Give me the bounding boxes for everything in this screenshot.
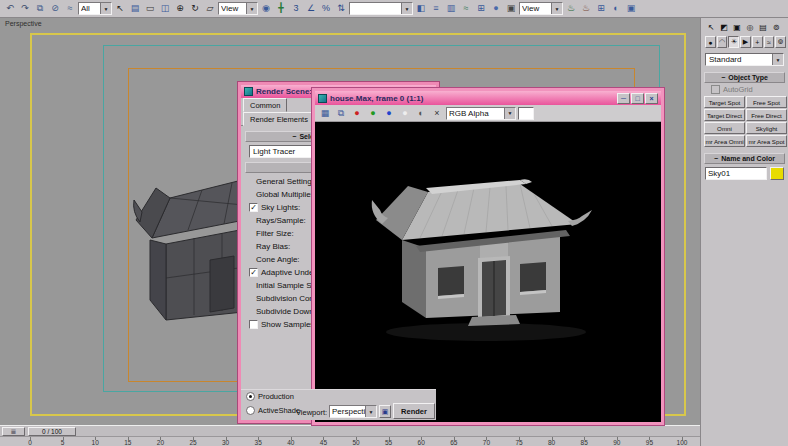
autogrid-checkbox[interactable] [711, 85, 720, 94]
snap-toggle-icon[interactable]: 3 [289, 2, 303, 16]
category-helpers-icon[interactable]: + [752, 36, 763, 48]
close-button[interactable]: × [645, 93, 658, 104]
tick-label: 35 [255, 439, 262, 446]
object-type-button-free-spot[interactable]: Free Spot [746, 96, 787, 108]
tick-label: 50 [352, 439, 359, 446]
rollout-object-type[interactable]: − Object Type [704, 72, 785, 83]
window-crossing-icon[interactable]: ◫ [158, 2, 172, 16]
tick-label: 75 [515, 439, 522, 446]
time-slider-handle[interactable]: 0 / 100 [28, 427, 76, 436]
display-floater-icon[interactable]: ◐ [609, 2, 623, 16]
checkbox-icon[interactable] [249, 320, 258, 329]
select-and-move-icon[interactable]: ⊕ [173, 2, 187, 16]
object-color-swatch[interactable] [770, 167, 784, 180]
display-alpha-channel-button[interactable]: ● [398, 106, 412, 120]
production-radio[interactable] [246, 392, 255, 401]
select-and-manipulate-icon[interactable]: ╋ [274, 2, 288, 16]
save-bitmap-button[interactable]: ▦ [318, 106, 332, 120]
rect-selection-region-icon[interactable]: ▭ [143, 2, 157, 16]
select-by-name-icon[interactable]: ▤ [128, 2, 142, 16]
max-app-icon [318, 94, 327, 103]
maximize-button[interactable]: □ [631, 93, 644, 104]
rollout-name-and-color[interactable]: − Name and Color [704, 153, 785, 164]
clear-button[interactable]: × [430, 106, 444, 120]
activeshade-radio[interactable] [246, 406, 255, 415]
production-label: Production [258, 392, 294, 401]
tab-display[interactable]: ▤ [757, 21, 769, 33]
object-type-button-omni[interactable]: Omni [704, 122, 745, 134]
category-systems-icon[interactable]: ⊚ [775, 36, 786, 48]
use-pivot-center-icon[interactable]: ◉ [259, 2, 273, 16]
enable-green-channel-button[interactable]: ● [366, 106, 380, 120]
max-app-icon [244, 87, 253, 96]
render-type-dropdown[interactable]: View▼ [519, 2, 563, 15]
channel-display-dropdown[interactable]: RGB Alpha▼ [446, 107, 516, 120]
select-and-scale-icon[interactable]: ▱ [203, 2, 217, 16]
render-scene-icon[interactable]: ▣ [504, 2, 518, 16]
material-editor-icon[interactable]: ● [489, 2, 503, 16]
spinner-snap-icon[interactable]: ⇅ [334, 2, 348, 16]
tab-common[interactable]: Common [243, 98, 287, 112]
rendered-frame-titlebar[interactable]: house.Max, frame 0 (1:1) ─□× [315, 91, 661, 105]
time-slider[interactable]: ≣ 0 / 100 [0, 425, 700, 436]
schematic-view-icon[interactable]: ⊞ [474, 2, 488, 16]
extras-icon[interactable]: ▣ [624, 2, 638, 16]
object-type-button-mr-area-spot[interactable]: mr Area Spot [746, 135, 787, 147]
open-mini-curve-editor-button[interactable]: ≣ [2, 427, 25, 436]
reference-coordsys-dropdown-value: View [221, 4, 246, 13]
track-bar[interactable]: 0510152025303540455055606570758085909510… [0, 436, 700, 446]
object-type-button-mr-area-omni[interactable]: mr Area Omni [704, 135, 745, 147]
param-label: Rays/Sample: [256, 216, 306, 225]
tab-modify[interactable]: ◩ [718, 21, 730, 33]
quick-render-icon[interactable]: ♨ [564, 2, 578, 16]
category-lights-icon[interactable]: ☀ [728, 36, 739, 48]
viewport-label[interactable]: Perspective [5, 20, 42, 27]
object-type-button-target-direct[interactable]: Target Direct [704, 109, 745, 121]
unlink-selection-icon[interactable]: ⊘ [48, 2, 62, 16]
selection-filter-dropdown[interactable]: All▼ [78, 2, 112, 15]
tab-render-elements[interactable]: Render Elements [243, 112, 315, 126]
tab-create[interactable]: ↖ [705, 21, 717, 33]
render-last-icon[interactable]: ♨ [579, 2, 593, 16]
enable-blue-channel-button[interactable]: ● [382, 106, 396, 120]
checkbox-checked-icon[interactable]: ✓ [249, 203, 258, 212]
3dsmax-application: ↶↷⧉⊘≈All▼↖▤▭◫⊕↻▱View▼◉╋3∠%⇅▼◧≡▥≈⊞●▣View▼… [0, 0, 788, 446]
enable-red-channel-button[interactable]: ● [350, 106, 364, 120]
select-object-icon[interactable]: ↖ [113, 2, 127, 16]
light-type-dropdown[interactable]: Standard ▼ [705, 53, 784, 66]
category-shapes-icon[interactable]: ◠ [717, 36, 728, 48]
background-color-swatch[interactable] [518, 107, 534, 120]
object-type-button-target-spot[interactable]: Target Spot [704, 96, 745, 108]
layer-manager-icon[interactable]: ▥ [444, 2, 458, 16]
named-selection-sets-dropdown[interactable]: ▼ [349, 2, 413, 15]
render-button[interactable]: Render [393, 403, 435, 419]
select-and-link-icon[interactable]: ⧉ [33, 2, 47, 16]
reference-coordsys-dropdown[interactable]: View▼ [218, 2, 258, 15]
redo-icon[interactable]: ↷ [18, 2, 32, 16]
monochrome-button[interactable]: ◐ [414, 106, 428, 120]
material-navigator-icon[interactable]: ⊞ [594, 2, 608, 16]
tab-utilities[interactable]: ⊚ [770, 21, 782, 33]
tab-motion[interactable]: ◎ [744, 21, 756, 33]
object-name-input[interactable]: Sky01 [705, 167, 767, 180]
object-type-button-skylight[interactable]: Skylight [746, 122, 787, 134]
chevron-down-icon: ▼ [365, 406, 376, 417]
angle-snap-icon[interactable]: ∠ [304, 2, 318, 16]
category-spacewarps-icon[interactable]: ≈ [764, 36, 775, 48]
checkbox-checked-icon[interactable]: ✓ [249, 268, 258, 277]
curve-editor-icon[interactable]: ≈ [459, 2, 473, 16]
bind-to-spacewarp-icon[interactable]: ≈ [63, 2, 77, 16]
category-geometry-icon[interactable]: ● [705, 36, 716, 48]
mirror-icon[interactable]: ◧ [414, 2, 428, 16]
percent-snap-icon[interactable]: % [319, 2, 333, 16]
undo-icon[interactable]: ↶ [3, 2, 17, 16]
align-icon[interactable]: ≡ [429, 2, 443, 16]
clone-rendered-frame-button[interactable]: ⧉ [334, 106, 348, 120]
select-and-rotate-icon[interactable]: ↻ [188, 2, 202, 16]
render-viewport-dropdown[interactable]: Perspective ▼ [329, 405, 377, 418]
object-type-button-free-direct[interactable]: Free Direct [746, 109, 787, 121]
minimize-button[interactable]: ─ [617, 93, 630, 104]
lock-render-view-button[interactable]: ▣ [379, 405, 391, 418]
tab-hierarchy[interactable]: ▣ [731, 21, 743, 33]
category-cameras-icon[interactable]: ▶ [740, 36, 751, 48]
